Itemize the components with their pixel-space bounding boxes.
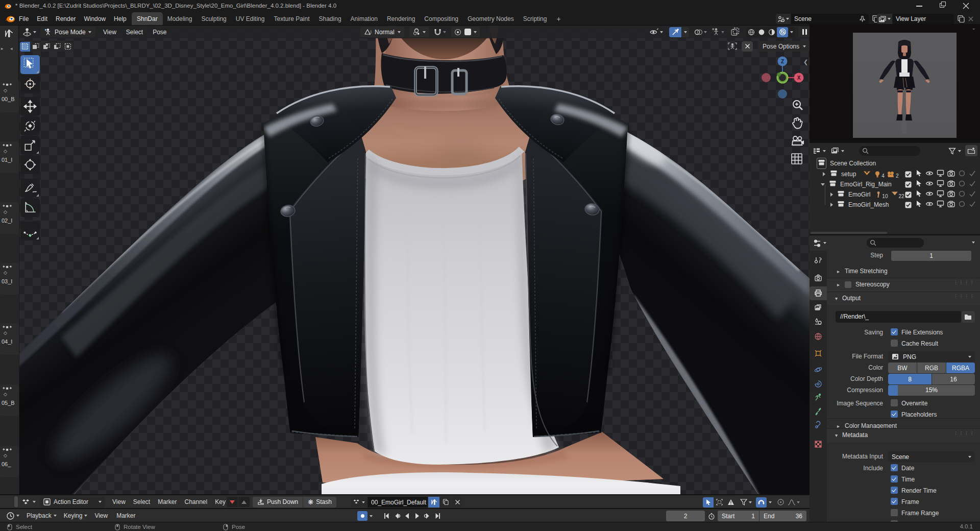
svg-text:Z: Z bbox=[781, 59, 784, 64]
svg-text:X: X bbox=[797, 75, 801, 81]
